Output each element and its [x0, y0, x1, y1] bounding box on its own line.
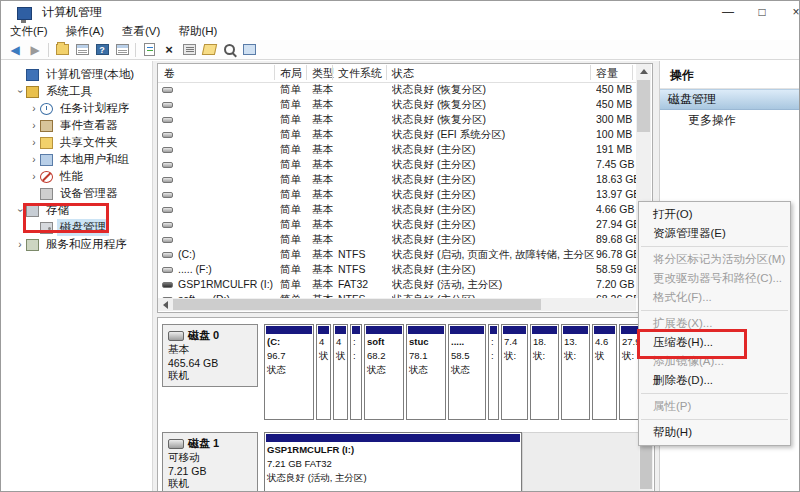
cell-layout: 简单: [280, 188, 310, 202]
partition[interactable]: 7.4状:: [501, 324, 528, 420]
sidebar-item-users[interactable]: ›本地用户和组: [1, 151, 152, 168]
cell-type: 基本: [312, 143, 338, 157]
back-icon[interactable]: ◀: [6, 42, 24, 58]
menu-item-删除卷-D-[interactable]: 删除卷(D)...: [639, 371, 790, 390]
chevron-down-icon[interactable]: ›: [15, 206, 26, 216]
disk-info-line: 基本: [168, 343, 252, 357]
sidebar-item-storage[interactable]: ›存储: [1, 202, 152, 219]
disk-info-box[interactable]: 磁盘 0基本465.64 GB联机: [162, 324, 258, 387]
column-header-0[interactable]: 卷: [164, 66, 175, 81]
column-header-1[interactable]: 布局: [280, 66, 302, 81]
sidebar-item-label: 性能: [57, 168, 86, 185]
column-header-3[interactable]: 文件系统: [338, 66, 382, 81]
partition-label: 7.4: [502, 335, 527, 349]
chevron-right-icon[interactable]: ›: [29, 103, 39, 114]
export-list-icon[interactable]: [140, 42, 158, 58]
scroll-left-button[interactable]: [158, 301, 173, 309]
volume-row[interactable]: GSP1RMCULFR (I:)简单基本FAT32状态良好 (活动, 主分区)7…: [158, 277, 636, 292]
menu-bar: 文件(F)操作(A)查看(V)帮助(H): [1, 23, 800, 40]
menu-item-打开-O-[interactable]: 打开(O): [639, 205, 790, 224]
column-header-5[interactable]: 容量: [596, 66, 618, 81]
menu-file[interactable]: 文件(F): [1, 23, 57, 40]
volume-row[interactable]: 简单基本状态良好 (主分区)13.97 GB: [158, 187, 636, 202]
disk-icon: [168, 331, 184, 341]
volume-list-rows: 简单基本状态良好 (恢复分区)450 MB简单基本状态良好 (恢复分区)450 …: [158, 82, 636, 300]
up-folder-icon[interactable]: [53, 42, 71, 58]
chevron-right-icon[interactable]: ›: [29, 120, 39, 131]
forward-icon[interactable]: ▶: [26, 42, 44, 58]
chevron-right-icon[interactable]: ›: [29, 171, 39, 182]
maximize-button[interactable]: □: [745, 1, 779, 23]
sidebar-item-computer[interactable]: 计算机管理(本地): [1, 66, 152, 83]
cell-layout: 简单: [280, 263, 310, 277]
volume-row[interactable]: 简单基本状态良好 (主分区)7.45 GB: [158, 157, 636, 172]
volume-row[interactable]: 简单基本状态良好 (EFI 系统分区)100 MB: [158, 127, 636, 142]
column-header-4[interactable]: 状态: [392, 66, 414, 81]
minimize-button[interactable]: —: [711, 1, 745, 23]
partition[interactable]: ::: [488, 324, 499, 420]
partition[interactable]: 4状: [333, 324, 348, 420]
column-header-2[interactable]: 类型: [312, 66, 334, 81]
open-folder-icon[interactable]: [200, 42, 218, 58]
menu-item-资源管理器-E-[interactable]: 资源管理器(E): [639, 224, 790, 243]
partition[interactable]: stuc78.1状态: [406, 324, 446, 420]
more-actions-item[interactable]: 更多操作: [660, 110, 800, 130]
partition-label: soft: [365, 335, 403, 349]
volume-row[interactable]: 简单基本状态良好 (恢复分区)450 MB: [158, 97, 636, 112]
partition[interactable]: 18.状:: [530, 324, 559, 420]
find-icon[interactable]: [220, 42, 238, 58]
console-tree-icon[interactable]: [73, 42, 91, 58]
partition-type-bar: [335, 326, 346, 334]
volume-row[interactable]: ..... (F:)简单基本NTFS状态良好 (主分区)58.59 GB: [158, 262, 636, 277]
partition[interactable]: .....58.5状态: [448, 324, 486, 420]
properties-icon[interactable]: [180, 42, 198, 58]
partition[interactable]: 4状: [316, 324, 331, 420]
partition[interactable]: 4.6状: [592, 324, 617, 420]
volume-row[interactable]: 简单基本状态良好 (主分区)89.68 GB: [158, 232, 636, 247]
partition[interactable]: soft68.2状态: [364, 324, 404, 420]
sidebar-item-disk[interactable]: 磁盘管理: [1, 219, 152, 236]
actions-disk-management-item[interactable]: 磁盘管理: [660, 89, 800, 110]
sidebar-item-performance[interactable]: ›性能: [1, 168, 152, 185]
volume-row[interactable]: (C:)简单基本NTFS状态良好 (启动, 页面文件, 故障转储, 主分区)96…: [158, 247, 636, 262]
vertical-scroll-thumb[interactable]: [637, 80, 650, 132]
chevron-right-icon[interactable]: ›: [15, 239, 25, 250]
chevron-right-icon[interactable]: ›: [29, 154, 39, 165]
volume-row[interactable]: 简单基本状态良好 (主分区)4.66 GB: [158, 202, 636, 217]
help-icon[interactable]: ?: [93, 42, 111, 58]
disk-info-box[interactable]: 磁盘 1可移动7.21 GB联机: [162, 432, 258, 492]
sidebar-item-services[interactable]: ›服务和应用程序: [1, 236, 152, 253]
sidebar-item-scheduler[interactable]: ›任务计划程序: [1, 100, 152, 117]
volume-row[interactable]: 简单基本状态良好 (主分区)191 MB: [158, 142, 636, 157]
column-separator: [386, 65, 387, 80]
disk-0-row: 磁盘 0基本465.64 GB联机(C:96.7状态4状4状::soft68.2…: [162, 324, 640, 424]
sidebar-item-tools[interactable]: ›系统工具: [1, 83, 152, 100]
close-button[interactable]: ×: [779, 1, 800, 23]
scroll-up-button[interactable]: [636, 64, 651, 79]
horizontal-scroll-thumb[interactable]: [173, 299, 541, 310]
menu-item-帮助-H-[interactable]: 帮助(H): [639, 423, 790, 442]
partition[interactable]: GSP1RMCULFR (I:)7.21 GB FAT32状态良好 (活动, 主…: [264, 432, 522, 492]
chevron-right-icon[interactable]: ›: [29, 137, 39, 148]
action-pane-icon[interactable]: [113, 42, 131, 58]
sidebar-item-shared-folders[interactable]: ›共享文件夹: [1, 134, 152, 151]
sidebar-item-event-viewer[interactable]: ›事件查看器: [1, 117, 152, 134]
volume-row[interactable]: 简单基本状态良好 (恢复分区)450 MB: [158, 82, 636, 97]
menu-help[interactable]: 帮助(H): [169, 23, 226, 40]
partition[interactable]: (C:96.7状态: [264, 324, 314, 420]
volume-list-horizontal-scrollbar[interactable]: [158, 298, 636, 311]
partition[interactable]: 13.状:: [561, 324, 590, 420]
cell-type: 基本: [312, 188, 338, 202]
menu-item-压缩卷-H-[interactable]: 压缩卷(H)...: [639, 333, 790, 352]
sidebar-item-device-manager[interactable]: 设备管理器: [1, 185, 152, 202]
console-window-icon[interactable]: [240, 42, 258, 58]
partition[interactable]: ::: [350, 324, 362, 420]
menu-action[interactable]: 操作(A): [57, 23, 113, 40]
chevron-down-icon[interactable]: ›: [15, 87, 26, 97]
volume-icon: [162, 237, 173, 243]
menu-view[interactable]: 查看(V): [113, 23, 169, 40]
delete-icon[interactable]: ×: [160, 42, 178, 58]
volume-row[interactable]: 简单基本状态良好 (主分区)27.94 GB: [158, 217, 636, 232]
volume-row[interactable]: 简单基本状态良好 (恢复分区)300 MB: [158, 112, 636, 127]
volume-row[interactable]: 简单基本状态良好 (主分区)18.63 GB: [158, 172, 636, 187]
